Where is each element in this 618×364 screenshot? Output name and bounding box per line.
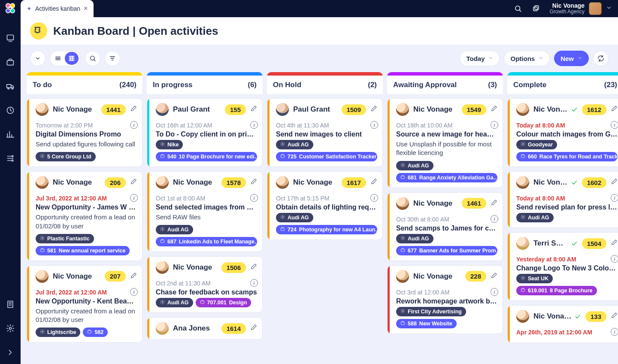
chip[interactable]: Lightscribe (36, 328, 80, 337)
chip[interactable]: 582 (83, 328, 108, 337)
edit-icon[interactable] (250, 263, 257, 272)
chip[interactable]: 677Banner Ads for Summer Prom… (396, 246, 497, 255)
edit-icon[interactable] (370, 105, 377, 114)
chip[interactable]: 725Customer Satisfaction Tracker (276, 152, 377, 161)
card-owner: Paul Grant (173, 105, 221, 114)
chip[interactable]: Audi AG (396, 234, 433, 243)
kanban-card[interactable]: Nic Vonage 1612 i Today at 8:00 AM Colou… (507, 98, 618, 167)
kanban-card[interactable]: Nic Vona… 1602 i Today at 8:00 AM Send r… (507, 171, 618, 228)
chip[interactable]: Audi AG (516, 213, 554, 222)
kanban-card[interactable]: Nic Vonage 1461 i Oct 30th at 8:00 AM Se… (387, 192, 503, 261)
edit-icon[interactable] (130, 178, 137, 187)
options-button[interactable]: Options (504, 51, 550, 66)
edit-icon[interactable] (250, 105, 257, 114)
chip[interactable]: Goodyear (516, 140, 557, 149)
edit-icon[interactable] (611, 105, 618, 114)
search-button[interactable] (85, 51, 100, 66)
chip[interactable]: 660Race Tyres for Road and Track (516, 152, 618, 161)
edit-icon[interactable] (250, 178, 257, 187)
chip[interactable]: 54010 Page Brochure for new edi… (156, 152, 257, 161)
info-icon[interactable]: i (611, 328, 618, 336)
info-icon[interactable]: i (370, 194, 378, 202)
chip[interactable]: Audi AG (396, 161, 433, 170)
gear-icon (160, 227, 165, 233)
chip[interactable]: Audi AG (276, 213, 313, 222)
search-icon[interactable] (514, 4, 522, 13)
chip[interactable]: Audi AG (276, 140, 313, 149)
info-icon[interactable]: i (491, 288, 498, 296)
chip[interactable]: First City Advertising (396, 307, 466, 316)
info-icon[interactable]: i (491, 121, 498, 129)
chip[interactable]: 581New annual report service (36, 246, 130, 255)
edit-icon[interactable] (611, 312, 618, 321)
kanban-card[interactable]: Nic Vonage 1549 i Oct 18th at 10:00 AM S… (387, 98, 503, 188)
briefcase-icon[interactable] (6, 58, 15, 67)
chip[interactable]: 5 Core Group Ltd (36, 152, 96, 161)
info-icon[interactable]: i (250, 121, 258, 129)
view-toggle[interactable] (50, 51, 81, 66)
chip[interactable]: Audi AG (156, 225, 193, 234)
kanban-card[interactable]: Nic Vonage 1578 i Oct 1st at 8:00 AM Sen… (147, 171, 263, 252)
dashboard-icon[interactable] (6, 33, 15, 43)
collapse-button[interactable] (30, 51, 45, 66)
chip[interactable]: 724Photography for new A4 Laun… (276, 225, 377, 234)
info-icon[interactable]: i (611, 255, 618, 263)
edit-icon[interactable] (370, 178, 377, 187)
info-icon[interactable]: i (130, 121, 138, 129)
info-icon[interactable]: i (130, 288, 138, 296)
chart-icon[interactable] (6, 130, 15, 139)
kanban-card[interactable]: Paul Grant 155 i Oct 16th at 12:00 AM To… (147, 98, 263, 167)
edit-icon[interactable] (250, 324, 257, 333)
kanban-card[interactable]: Terri Smith 1504 i Yesterday at 8:00 AM … (507, 232, 618, 301)
clock-icon[interactable] (6, 106, 15, 115)
board-view-icon[interactable] (65, 52, 79, 65)
chevron-right-icon[interactable] (6, 348, 15, 357)
refresh-button[interactable] (593, 51, 609, 66)
edit-icon[interactable] (611, 178, 618, 187)
edit-icon[interactable] (611, 239, 618, 248)
card-accent (147, 257, 149, 312)
close-icon[interactable]: × (84, 5, 88, 12)
edit-icon[interactable] (491, 105, 497, 114)
card-title: Change Logo To New 3 Colour … (516, 264, 618, 272)
gear-icon[interactable] (6, 324, 15, 333)
new-button[interactable]: New (554, 51, 589, 66)
windows-icon[interactable] (532, 4, 540, 13)
kanban-card[interactable]: Nic Vonage 1617 i Oct 17th at 5:15 PM Ob… (267, 171, 383, 240)
user-menu[interactable]: Nic Vonage Growth Agency (550, 2, 612, 15)
chip[interactable]: 588New Website (396, 319, 457, 328)
chip[interactable]: Nike (156, 140, 183, 149)
today-button[interactable]: Today (460, 51, 500, 66)
kanban-card[interactable]: Paul Grant 1509 i Oct 4th at 11:30 AM Se… (267, 98, 383, 167)
kanban-card[interactable]: Nic Vonage 1506 i Oct 2nd at 11:30 AM Ch… (147, 256, 263, 313)
kanban-card[interactable]: Nic Vonage 1441 i Tomorrow at 2:00 PM Di… (27, 98, 142, 167)
info-icon[interactable]: i (491, 215, 498, 223)
info-icon[interactable]: i (611, 121, 618, 129)
chip[interactable]: 707.001Design (196, 298, 251, 307)
card-title: Obtain details of lighting requir… (276, 203, 377, 211)
building-icon[interactable] (6, 300, 15, 309)
truck-icon[interactable] (6, 82, 15, 91)
chip[interactable]: Seat UK (516, 274, 553, 283)
kanban-card[interactable]: Nic Vonage 206 i Jul 3rd, 2022 at 12:00 … (27, 171, 142, 261)
edit-icon[interactable] (130, 272, 137, 281)
kanban-card[interactable]: Nic Vonage 207 i Jul 3rd, 2022 at 12:00 … (27, 265, 142, 343)
chip[interactable]: Plastic Fantastic (36, 234, 94, 243)
chip[interactable]: 619.0018 Page Brochure (516, 286, 597, 295)
chip[interactable]: Audi AG (156, 298, 193, 307)
filter-button[interactable] (105, 51, 120, 66)
flow-icon[interactable] (6, 154, 15, 163)
info-icon[interactable]: i (250, 194, 258, 202)
info-icon[interactable]: i (370, 121, 378, 129)
chip[interactable]: 681Range Anxiety Alleviation Ga… (396, 173, 497, 182)
tab-activities-kanban[interactable]: ✦ Activities kanban × (21, 0, 94, 17)
kanban-card[interactable]: Nic Vonage 133 i Apr 26th, 2019 at 12:00… (507, 305, 618, 343)
info-icon[interactable]: i (611, 194, 618, 202)
edit-icon[interactable] (491, 272, 497, 281)
kanban-card[interactable]: Ana Jones 1614 (147, 317, 263, 340)
list-view-icon[interactable] (51, 52, 65, 65)
kanban-card[interactable]: Nic Vonage 228 i Oct 3rd at 12:00 AM Rew… (387, 265, 503, 334)
chip[interactable]: 687Linkedin Ads to Fleet Manage… (156, 237, 257, 246)
edit-icon[interactable] (130, 105, 137, 114)
edit-icon[interactable] (491, 199, 497, 208)
